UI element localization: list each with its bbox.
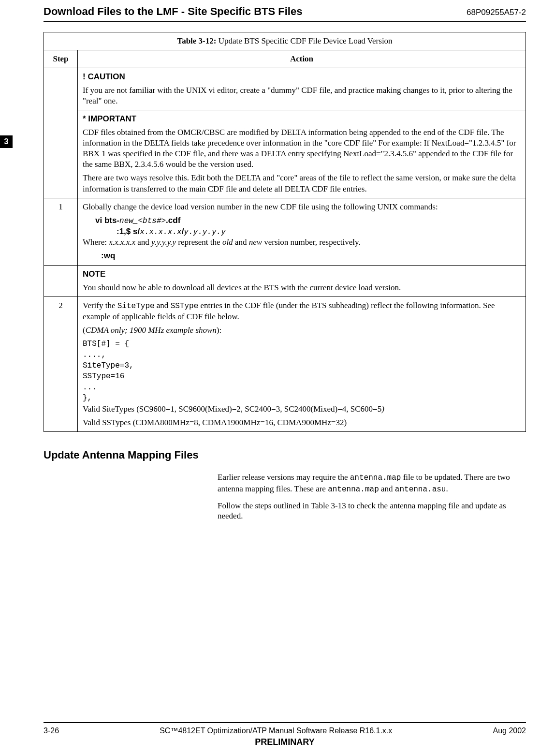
- procedure-table: Table 3-12: Update BTS Specific CDF File…: [44, 32, 526, 432]
- col-header-action: Action: [78, 50, 526, 68]
- top-rule: [44, 21, 526, 22]
- col-header-step: Step: [44, 50, 78, 68]
- note-body: You should now be able to download all d…: [83, 282, 521, 293]
- step1-cmd1: vi bts-new_<bts#>.cdf: [95, 215, 521, 226]
- valid-sstypes: Valid SSTypes (CDMA800MHz=8, CDMA1900MHz…: [83, 417, 521, 428]
- table-title-cell: Table 3-12: Update BTS Specific CDF File…: [44, 32, 526, 50]
- section-heading: Update Antenna Mapping Files: [44, 448, 526, 462]
- step-number: 2: [44, 296, 78, 431]
- footer-page-number: 3-26: [44, 726, 59, 736]
- important-heading: * IMPORTANT: [83, 114, 521, 124]
- chapter-side-tab: 3: [0, 135, 13, 148]
- caution-body: If you are not familiar with the UNIX vi…: [83, 85, 521, 106]
- footer-rule: [44, 722, 526, 723]
- note-heading: NOTE: [83, 269, 521, 280]
- table-row: * IMPORTANT CDF files obtained from the …: [44, 110, 526, 198]
- step2-subnote: (CDMA only; 1900 MHz example shown):: [83, 325, 521, 336]
- table-title-prefix: Table 3-12:: [177, 36, 218, 45]
- footer-date: Aug 2002: [493, 726, 526, 736]
- header-right: 68P09255A57-2: [467, 7, 526, 17]
- table-title-text: Update BTS Specific CDF File Device Load…: [219, 36, 393, 45]
- table-row: 2 Verify the SiteType and SSType entries…: [44, 296, 526, 431]
- step1-wq: :wq: [101, 251, 521, 261]
- caution-heading: ! CAUTION: [83, 72, 521, 82]
- table-row: NOTE You should now be able to download …: [44, 265, 526, 296]
- step2-code-block: BTS[#] = { ...., SiteType=3, SSType=16 .…: [83, 339, 521, 403]
- step1-where: Where: x.x.x.x.x and y.y.y.y.y represent…: [83, 237, 521, 248]
- section-p1: Earlier release versions may require the…: [218, 472, 526, 495]
- page-footer: 3-26 SC™4812ET Optimization/ATP Manual S…: [44, 722, 526, 748]
- section-body: Earlier release versions may require the…: [218, 472, 526, 521]
- table-row: 1 Globally change the device load versio…: [44, 198, 526, 265]
- footer-center: SC™4812ET Optimization/ATP Manual Softwa…: [59, 726, 493, 736]
- valid-sitetypes: Valid SiteTypes (SC9600=1, SC9600(Mixed)…: [83, 404, 521, 415]
- important-body-1: CDF files obtained from the OMCR/CBSC ar…: [83, 127, 521, 170]
- important-body-2: There are two ways resolve this. Edit bo…: [83, 173, 521, 194]
- step1-cmd2: :1,$ s/x.x.x.x.x/y.y.y.y.y: [117, 226, 521, 237]
- footer-preliminary: PRELIMINARY: [44, 737, 526, 748]
- header-left: Download Files to the LMF - Site Specifi…: [44, 5, 302, 18]
- step2-intro: Verify the SiteType and SSType entries i…: [83, 300, 521, 322]
- step1-intro: Globally change the device load version …: [83, 202, 521, 212]
- table-row: ! CAUTION If you are not familiar with t…: [44, 68, 526, 110]
- step-number: 1: [44, 198, 78, 265]
- section-p2: Follow the steps outlined in Table 3-13 …: [218, 501, 526, 521]
